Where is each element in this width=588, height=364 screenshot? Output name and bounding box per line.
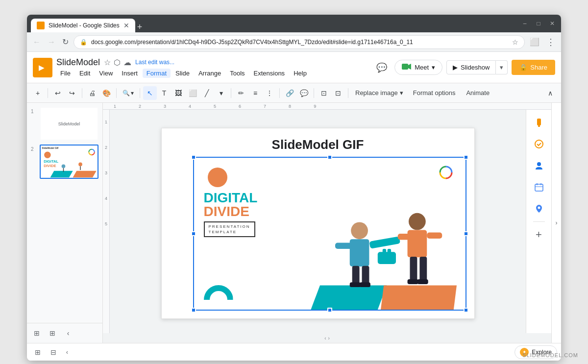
- tasks-icon-btn[interactable]: [530, 135, 548, 153]
- handle-bm[interactable]: [327, 308, 332, 313]
- more-tools-btn[interactable]: ▾: [214, 86, 228, 100]
- svg-rect-31: [427, 233, 442, 239]
- shapes-btn[interactable]: ⬜: [186, 86, 199, 100]
- separator-5: [231, 88, 231, 98]
- share-btn[interactable]: 🔒 Share: [512, 60, 555, 75]
- paintformat-btn[interactable]: 🎨: [99, 86, 113, 100]
- comments-btn[interactable]: 💬: [373, 59, 391, 76]
- star-icon[interactable]: ☆: [104, 58, 111, 67]
- maps-icon-btn[interactable]: [530, 200, 548, 218]
- menu-view[interactable]: View: [95, 69, 117, 78]
- toolbar-group-format: 🖨 🎨: [85, 86, 113, 100]
- minimize-btn[interactable]: –: [520, 20, 530, 27]
- refresh-btn[interactable]: ↻: [60, 35, 71, 49]
- svg-point-12: [62, 165, 66, 169]
- slide-thumb-2[interactable]: 2 SlideModel GIF: [31, 145, 98, 178]
- last-edit-link[interactable]: Last edit was...: [135, 59, 174, 66]
- comment-btn[interactable]: 💬: [297, 86, 311, 100]
- image-btn[interactable]: 🖼: [172, 86, 185, 100]
- filmstrip-btn[interactable]: ⊞: [46, 326, 59, 340]
- slide-position-indicator: ‹ ›: [103, 333, 551, 343]
- filmstrip-bottom-btn[interactable]: ⊟: [47, 345, 60, 359]
- close-btn[interactable]: ✕: [547, 20, 557, 27]
- format-options-btn[interactable]: Format options: [408, 86, 461, 100]
- address-field[interactable]: 🔒 docs.google.com/presentation/d/1hlCDq4…: [74, 35, 525, 49]
- line-btn[interactable]: ╱: [200, 86, 214, 100]
- handle-tr[interactable]: [464, 155, 468, 160]
- keep-icon-btn[interactable]: [530, 114, 548, 131]
- slide-preview-1: SlideModel: [40, 107, 98, 141]
- watermark: SLIDEMODEL.COM: [522, 352, 578, 358]
- menu-tools[interactable]: Tools: [226, 69, 248, 78]
- replace-image-dropdown: ▾: [400, 89, 403, 97]
- svg-marker-11: [73, 171, 97, 177]
- collapse-panel-btn[interactable]: ‹: [61, 326, 75, 340]
- slide-thumb-1[interactable]: 1 SlideModel: [31, 107, 98, 141]
- svg-text:SlideModel GIF: SlideModel GIF: [42, 147, 59, 149]
- app-title-row: SlideModel ☆ ⬡ ☁ Last edit was...: [56, 57, 369, 68]
- menu-format[interactable]: Format: [143, 69, 171, 78]
- contacts-icon-btn[interactable]: [530, 157, 548, 174]
- menu-file[interactable]: File: [56, 69, 74, 78]
- separator-6: [279, 88, 280, 98]
- svg-point-41: [535, 140, 543, 148]
- menu-arrange[interactable]: Arrange: [195, 69, 225, 78]
- menu-slide[interactable]: Slide: [172, 69, 194, 78]
- grid-view-bottom-btn[interactable]: ⊞: [31, 345, 45, 359]
- menu-edit[interactable]: Edit: [75, 69, 94, 78]
- slide-canvas[interactable]: SlideModel GIF: [161, 128, 475, 319]
- slideshow-dropdown-btn[interactable]: ▾: [496, 60, 508, 74]
- ruler-tick-7: 7: [264, 104, 266, 109]
- redo-btn[interactable]: ↪: [65, 86, 79, 100]
- svg-rect-23: [369, 236, 401, 248]
- gif-image-selected[interactable]: DIGITAL DIVIDE PRESENTATION TEMPLATE: [193, 157, 466, 311]
- mask-btn[interactable]: ⊡: [331, 86, 345, 100]
- slideshow-btn[interactable]: ▶ Slideshow: [446, 60, 496, 74]
- menu-help[interactable]: Help: [290, 69, 311, 78]
- menu-extensions[interactable]: Extensions: [250, 69, 289, 78]
- dd-text-area: DIGITAL DIVIDE PRESENTATION TEMPLATE: [204, 191, 258, 237]
- drive-icon[interactable]: ⬡: [114, 58, 121, 67]
- meet-dropdown[interactable]: ▾: [432, 64, 435, 71]
- print-btn[interactable]: 🖨: [85, 86, 99, 100]
- handle-br[interactable]: [464, 308, 468, 313]
- link-btn[interactable]: 🔗: [283, 86, 296, 100]
- grid-view-btn[interactable]: ⊞: [30, 326, 44, 340]
- maximize-btn[interactable]: □: [534, 20, 543, 27]
- undo-btn[interactable]: ↩: [51, 86, 65, 100]
- canvas-area[interactable]: SlideModel GIF: [110, 110, 526, 333]
- cloud-icon[interactable]: ☁: [123, 58, 131, 67]
- add-app-btn[interactable]: +: [530, 226, 548, 243]
- right-expand-btn[interactable]: ›: [551, 103, 561, 343]
- handle-mr[interactable]: [464, 231, 468, 236]
- collapse-panel-bottom-btn[interactable]: ‹: [62, 343, 72, 361]
- calendar-icon-btn[interactable]: [530, 178, 548, 196]
- ruler-vtick-5: 5: [105, 221, 107, 226]
- crop-btn[interactable]: ⊡: [317, 86, 331, 100]
- handle-tm[interactable]: [327, 155, 332, 160]
- slides-panel: 1 SlideModel 2: [27, 103, 103, 343]
- handle-bl[interactable]: [191, 308, 196, 313]
- pen-btn[interactable]: ✏: [234, 86, 248, 100]
- insert-btn[interactable]: +: [31, 86, 45, 100]
- slideshow-label: Slideshow: [461, 64, 490, 71]
- line-style-btn[interactable]: ≡: [248, 86, 262, 100]
- dash-style-btn[interactable]: ⋮: [263, 86, 276, 100]
- menu-insert[interactable]: Insert: [118, 69, 142, 78]
- new-tab-btn[interactable]: +: [137, 22, 143, 32]
- ruler-tick-9: 9: [314, 104, 316, 109]
- select-btn[interactable]: ↖: [143, 86, 157, 100]
- collapse-toolbar-btn[interactable]: ∧: [543, 86, 557, 100]
- browser-menu-btn[interactable]: ⋮: [544, 35, 557, 49]
- animate-btn[interactable]: Animate: [461, 86, 494, 100]
- forward-btn[interactable]: →: [46, 36, 57, 49]
- replace-image-btn[interactable]: Replace image ▾: [351, 86, 407, 100]
- textbox-btn[interactable]: T: [157, 86, 171, 100]
- meet-btn[interactable]: Meet ▾: [394, 60, 442, 75]
- back-btn[interactable]: ←: [31, 36, 43, 49]
- handle-ml[interactable]: [191, 231, 196, 236]
- tab-close-btn[interactable]: ✕: [123, 22, 129, 29]
- active-tab[interactable]: SlideModel - Google Slides ✕: [31, 19, 135, 32]
- zoom-btn[interactable]: 🔍 ▾: [120, 87, 137, 99]
- handle-tl[interactable]: [191, 155, 196, 160]
